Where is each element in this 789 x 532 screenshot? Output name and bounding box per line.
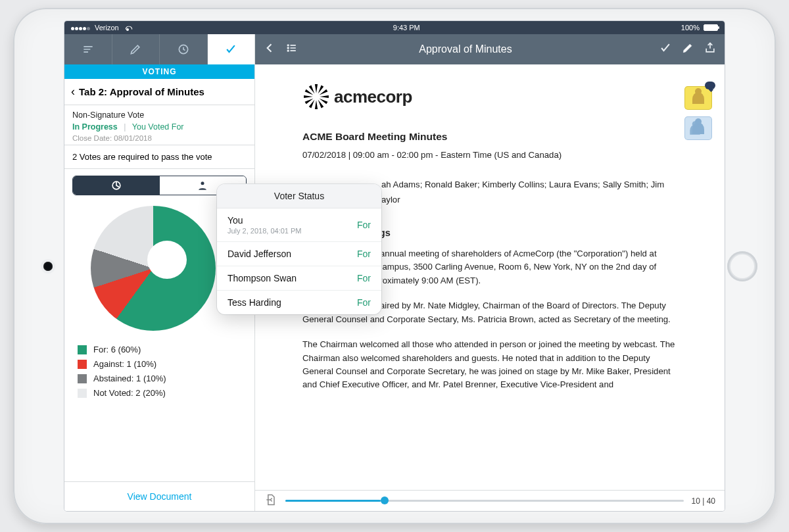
svg-marker-6 [315,84,318,93]
ipad-frame: Verizon 9:43 PM 100% VOTING ‹ [13,8,776,524]
status-bar: Verizon 9:43 PM 100% [64,21,725,34]
wifi-icon [123,24,132,31]
status-time: 9:43 PM [132,24,681,32]
legend-swatch-against [78,360,87,369]
svg-point-4 [287,47,289,49]
view-document-button[interactable]: View Document [64,481,254,511]
page-counter: 10 | 40 [692,496,715,506]
pie-legend: For: 6 (60%) Against: 1 (10%) Abstained:… [64,340,254,409]
segment-chart[interactable] [73,176,160,195]
vote-close-date: Close Date: 08/01/2018 [72,134,247,142]
approve-icon[interactable] [659,41,672,57]
battery-icon [704,24,718,31]
svg-point-5 [287,50,289,51]
svg-point-2 [201,181,204,185]
brand-name: acmecorp [334,84,412,110]
device-camera [43,262,53,271]
user-vote-status: You Voted For [132,122,184,132]
my-comments-badge[interactable] [685,87,711,109]
tab-clock-icon[interactable] [160,34,208,64]
legend-for: For: 6 (60%) [93,345,141,354]
breadcrumb-title: Tab 2: Approval of Minutes [79,86,204,97]
voter-row[interactable]: Thompson Swan For [217,266,381,291]
sun-icon [302,83,330,110]
bottom-bar: 10 | 40 [255,490,725,511]
legend-swatch-abstained [78,374,87,383]
tab-pencil-icon[interactable] [112,34,160,64]
share-icon[interactable] [704,41,717,57]
page-scrubber[interactable] [285,500,684,502]
left-tab-bar [64,34,254,64]
document-header: Approval of Minutes [255,34,725,64]
home-button[interactable] [727,251,757,281]
legend-swatch-notvoted [78,389,87,398]
document-title: Approval of Minutes [308,43,650,55]
legend-abstained: Abstained: 1 (10%) [93,374,166,383]
legend-against: Against: 1 (10%) [93,359,156,369]
legend-swatch-for [78,345,87,354]
vote-requirement: 2 Votes are required to pass the vote [64,145,254,169]
voter-status-popover: Voter Status YouJuly 2, 2018, 04:01 PM F… [217,184,381,314]
vote-type: Non-Signature Vote [72,110,247,120]
popover-title: Voter Status [217,184,381,208]
screen: Verizon 9:43 PM 100% VOTING ‹ [64,21,725,511]
voter-row[interactable]: Tess Harding For [217,291,381,314]
legend-notvoted: Not Voted: 2 (20%) [93,388,166,398]
doc-back-icon[interactable] [263,41,276,57]
annotate-icon[interactable] [681,41,694,57]
voting-banner: VOTING [64,64,254,79]
carrier-label: Verizon [95,24,119,32]
attendees-badge[interactable] [685,117,711,139]
vote-info: Non-Signature Vote In Progress | You Vot… [64,105,254,145]
doc-meta: 07/02/2018 | 09:00 am - 02:00 pm - Easte… [302,149,679,162]
brand-logo: acmecorp [302,83,679,110]
svg-point-3 [287,45,289,46]
doc-list-icon[interactable] [285,41,299,57]
signal-icon [71,24,91,32]
vote-status: In Progress [72,122,118,132]
tab-list-icon[interactable] [64,34,112,64]
voter-row[interactable]: David Jefferson For [217,242,381,266]
breadcrumb[interactable]: ‹ Tab 2: Approval of Minutes [64,79,254,105]
voter-row[interactable]: YouJuly 2, 2018, 04:01 PM For [217,208,381,242]
page-export-icon[interactable] [264,493,277,508]
doc-heading: ACME Board Meeting Minutes [302,129,679,145]
battery-label: 100% [681,24,700,32]
back-chevron-icon[interactable]: ‹ [71,85,75,99]
pie-chart [91,206,216,331]
tab-check-icon[interactable] [208,34,255,64]
para-welcome: The Chairman welcomed all those who atte… [302,338,679,392]
